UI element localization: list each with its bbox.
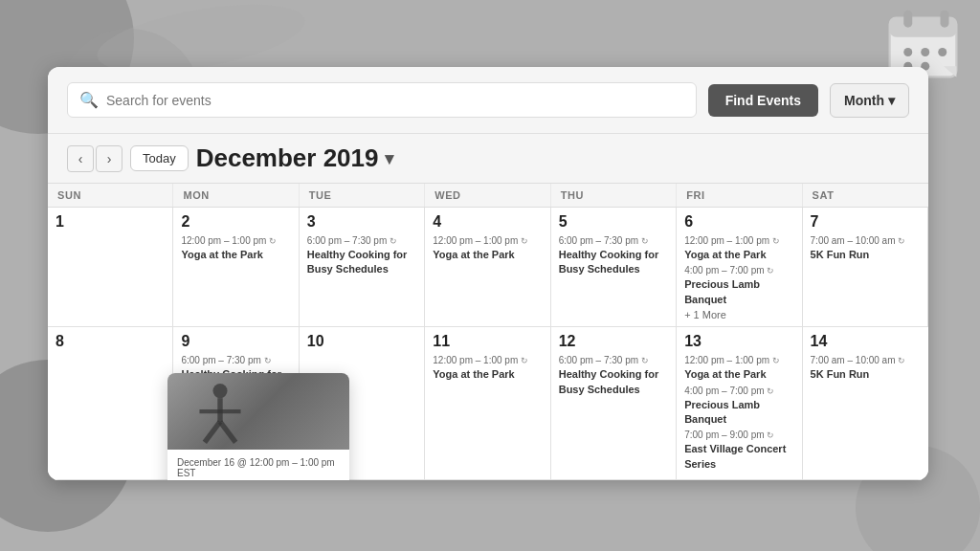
main-card: 🔍 Find Events Month ▾ ‹ › Today December… [48,67,928,480]
next-month-button[interactable]: › [96,145,122,172]
day-header-thu: THU [551,184,677,207]
chevron-down-icon: ▾ [888,93,895,108]
popup-image [167,373,349,450]
calendar: SUN MON TUE WED THU FRI SAT 1 2 12:00 pm… [48,183,928,480]
popup-date: December 16 @ 12:00 pm – 1:00 pm EST [177,457,340,478]
month-title: December 2019 ▾ [196,143,393,173]
top-bar: 🔍 Find Events Month ▾ [48,67,928,134]
svg-rect-2 [903,11,912,28]
svg-point-6 [938,48,947,56]
table-row[interactable]: 7 7:00 am – 10:00 am ↻ 5K Fun Run [803,208,928,327]
today-button[interactable]: Today [130,145,189,171]
table-row[interactable]: 5 6:00 pm – 7:30 pm ↻ Healthy Cooking fo… [551,208,677,327]
event-popup: December 16 @ 12:00 pm – 1:00 pm EST ↻ Y… [167,373,349,480]
svg-line-14 [220,422,235,443]
svg-line-13 [205,422,220,443]
day-header-fri: FRI [677,184,802,207]
month-label: Month [844,93,884,108]
find-events-button[interactable]: Find Events [708,84,818,117]
day-header-sun: SUN [48,184,173,207]
day-header-sat: SAT [803,184,928,207]
svg-point-10 [212,384,227,398]
popup-body: December 16 @ 12:00 pm – 1:00 pm EST ↻ Y… [167,450,349,480]
search-icon: 🔍 [79,91,99,109]
more-events-link[interactable]: + 1 More [684,309,793,320]
search-input[interactable] [106,93,684,108]
table-row[interactable]: 6 12:00 pm – 1:00 pm ↻ Yoga at the Park … [677,208,802,327]
table-row[interactable]: 8 December [48,327,173,480]
calendar-grid: 1 2 12:00 pm – 1:00 pm ↻ Yoga at the Par… [48,208,928,480]
month-view-button[interactable]: Month ▾ [830,83,909,118]
table-row[interactable]: 1 [48,208,173,327]
nav-arrows: ‹ › [67,145,122,172]
day-header-wed: WED [425,184,550,207]
nav-bar: ‹ › Today December 2019 ▾ [48,134,928,183]
table-row[interactable]: 3 6:00 pm – 7:30 pm ↻ Healthy Cooking fo… [300,208,425,327]
svg-rect-3 [941,11,949,28]
table-row[interactable]: 2 12:00 pm – 1:00 pm ↻ Yoga at the Park [173,208,299,327]
day-header-mon: MON [173,184,299,207]
search-box[interactable]: 🔍 [67,82,697,118]
table-row[interactable]: 12 6:00 pm – 7:30 pm ↻ Healthy Cooking f… [551,327,677,480]
day-header-tue: TUE [300,184,425,207]
table-row[interactable]: 13 12:00 pm – 1:00 pm ↻ Yoga at the Park… [677,327,802,480]
table-row[interactable]: 11 12:00 pm – 1:00 pm ↻ Yoga at the Park [425,327,550,480]
table-row[interactable]: 14 7:00 am – 10:00 am ↻ 5K Fun Run [803,327,928,480]
prev-month-button[interactable]: ‹ [67,145,94,172]
month-dropdown-icon[interactable]: ▾ [385,148,393,169]
svg-point-5 [921,48,929,56]
table-row[interactable]: 4 12:00 pm – 1:00 pm ↻ Yoga at the Park [425,208,550,327]
day-headers: SUN MON TUE WED THU FRI SAT [48,184,928,208]
svg-point-4 [903,48,912,56]
